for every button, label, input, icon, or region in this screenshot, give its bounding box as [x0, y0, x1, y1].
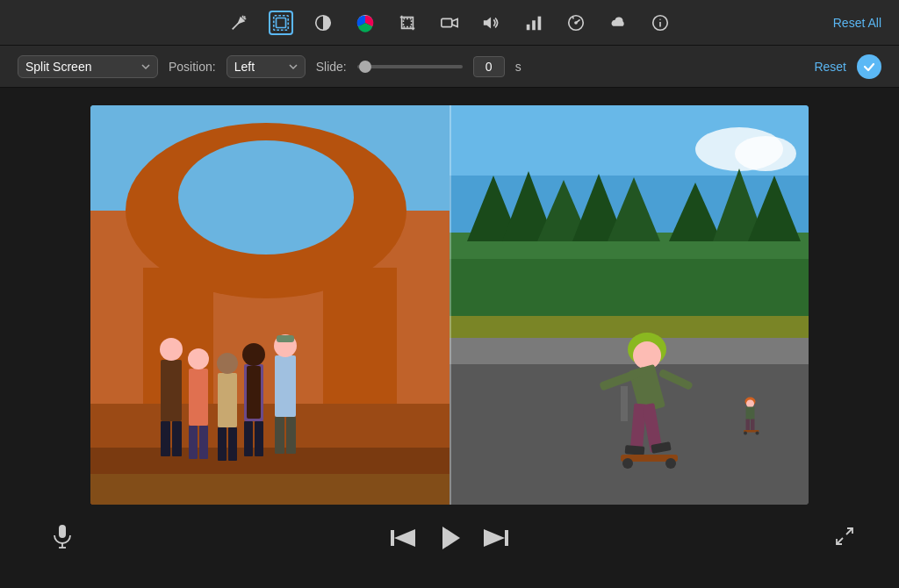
- skate-scene-svg: [450, 105, 809, 505]
- svg-point-30: [160, 338, 183, 361]
- svg-point-81: [622, 458, 633, 469]
- svg-point-20: [659, 18, 660, 19]
- position-dropdown[interactable]: Left: [227, 55, 306, 78]
- magic-wand-icon[interactable]: [227, 11, 251, 35]
- svg-point-42: [242, 343, 265, 366]
- bw-filter-icon[interactable]: [311, 11, 335, 35]
- svg-rect-32: [172, 421, 182, 456]
- svg-line-99: [846, 528, 852, 534]
- svg-rect-86: [746, 419, 751, 432]
- video-preview: [90, 105, 809, 505]
- svg-rect-40: [228, 427, 237, 461]
- speed-icon[interactable]: [564, 11, 588, 35]
- slider-track[interactable]: [357, 65, 463, 68]
- svg-rect-13: [538, 16, 542, 30]
- svg-point-38: [217, 353, 238, 374]
- svg-rect-8: [403, 18, 411, 26]
- play-button[interactable]: [436, 525, 463, 551]
- svg-rect-5: [277, 18, 286, 27]
- svg-rect-35: [189, 426, 198, 459]
- svg-rect-39: [218, 427, 227, 461]
- color-wheel-icon[interactable]: [353, 11, 378, 35]
- info-icon[interactable]: [648, 11, 672, 35]
- skip-forward-button[interactable]: [484, 527, 508, 549]
- svg-rect-43: [247, 366, 261, 419]
- checkmark-icon: [862, 60, 876, 74]
- camera-video-icon[interactable]: [437, 11, 462, 35]
- svg-point-82: [665, 458, 676, 469]
- chart-icon[interactable]: [521, 11, 546, 35]
- svg-point-24: [178, 140, 354, 255]
- svg-rect-36: [199, 426, 208, 459]
- reset-button[interactable]: Reset: [814, 60, 846, 74]
- svg-point-34: [188, 348, 209, 369]
- video-wrapper: [0, 97, 899, 505]
- svg-marker-96: [442, 527, 460, 549]
- svg-line-3: [244, 16, 246, 18]
- effect-dropdown[interactable]: Split Screen: [18, 55, 158, 78]
- svg-rect-48: [277, 335, 294, 342]
- slider-thumb[interactable]: [359, 61, 371, 73]
- reset-all-button[interactable]: Reset All: [833, 16, 881, 30]
- svg-marker-95: [394, 529, 415, 547]
- skip-back-button[interactable]: [391, 527, 415, 549]
- microphone-icon[interactable]: [53, 524, 72, 552]
- slide-label: Slide:: [316, 60, 347, 74]
- svg-marker-10: [484, 17, 491, 28]
- chevron-down-icon: [289, 62, 298, 71]
- svg-rect-44: [244, 421, 253, 456]
- svg-point-72: [633, 341, 661, 369]
- svg-rect-78: [625, 445, 645, 455]
- svg-rect-87: [751, 419, 755, 432]
- svg-rect-49: [275, 417, 284, 454]
- svg-point-55: [735, 136, 796, 171]
- svg-rect-9: [442, 18, 452, 26]
- right-video-panel: [450, 105, 809, 505]
- svg-rect-70: [621, 386, 628, 421]
- svg-point-84: [746, 400, 754, 408]
- svg-rect-11: [527, 24, 530, 29]
- svg-line-16: [576, 19, 580, 23]
- effect-label: Split Screen: [25, 60, 91, 74]
- svg-rect-37: [218, 373, 237, 427]
- svg-rect-91: [59, 525, 66, 538]
- position-label: Position:: [169, 60, 216, 74]
- svg-line-100: [837, 538, 843, 544]
- controls-bar: Split Screen Position: Left Slide: 0 s R…: [0, 46, 899, 88]
- seconds-label: s: [515, 60, 521, 74]
- playback-bar: [0, 512, 899, 564]
- svg-rect-51: [90, 474, 450, 505]
- svg-rect-69: [450, 364, 809, 505]
- svg-rect-85: [746, 407, 755, 420]
- slide-value[interactable]: 0: [473, 56, 505, 77]
- fullscreen-icon[interactable]: [834, 526, 855, 550]
- audio-icon[interactable]: [479, 11, 504, 35]
- svg-rect-29: [161, 360, 182, 421]
- svg-rect-31: [161, 421, 170, 456]
- position-value: Left: [234, 60, 255, 74]
- transform-icon[interactable]: [269, 11, 293, 35]
- svg-rect-45: [255, 421, 263, 456]
- svg-point-90: [756, 432, 759, 435]
- crop-icon[interactable]: [395, 11, 420, 35]
- svg-point-89: [744, 432, 747, 435]
- svg-rect-94: [391, 530, 394, 546]
- svg-line-17: [572, 16, 573, 18]
- confirm-button[interactable]: [857, 54, 881, 79]
- slide-slider[interactable]: [357, 65, 463, 68]
- svg-rect-97: [505, 530, 508, 546]
- split-divider: [450, 105, 451, 505]
- svg-marker-98: [484, 529, 505, 547]
- top-toolbar: Reset All: [0, 0, 899, 46]
- svg-rect-33: [189, 369, 208, 426]
- chevron-down-icon: [141, 62, 150, 71]
- svg-rect-12: [532, 20, 536, 30]
- svg-rect-46: [275, 355, 296, 417]
- cloud-icon[interactable]: [606, 11, 630, 35]
- svg-rect-50: [286, 417, 296, 454]
- desert-scene-svg: [90, 105, 450, 505]
- left-video-panel: [90, 105, 450, 505]
